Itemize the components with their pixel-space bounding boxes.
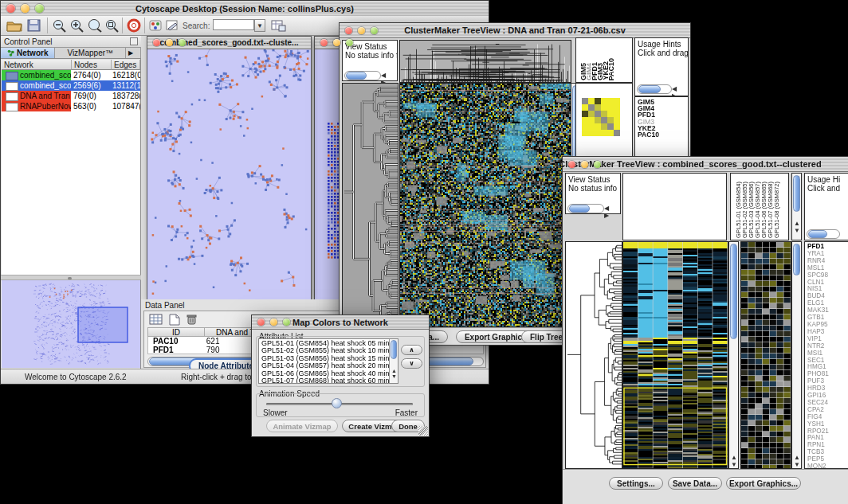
matrix-cell[interactable]	[595, 111, 601, 117]
matrix-cell[interactable]	[607, 104, 614, 111]
matrix-cell[interactable]	[588, 98, 595, 104]
zoom-window-icon[interactable]	[371, 27, 378, 34]
scroll-arrows-icon[interactable]: ▲▼	[794, 220, 800, 234]
vizmap-icon[interactable]	[149, 19, 163, 35]
close-icon[interactable]	[6, 4, 15, 13]
matrix-cell[interactable]	[582, 104, 588, 111]
move-down-button[interactable]: ∨	[401, 358, 422, 369]
divider-handle-icon[interactable]	[68, 277, 72, 279]
settings-button[interactable]: Settings...	[609, 477, 663, 490]
scroll-arrows-icon[interactable]: ▲▼	[794, 454, 800, 468]
close-icon[interactable]	[568, 161, 575, 168]
treeview2-titlebar[interactable]: ClusterMaker TreeView : combined_scores_…	[563, 157, 848, 172]
matrix-cell[interactable]	[607, 130, 614, 136]
annotation-icon[interactable]	[165, 19, 179, 35]
gene-dendrogram[interactable]	[342, 83, 398, 327]
matrix-cell[interactable]	[614, 117, 620, 123]
matrix-cell[interactable]	[588, 123, 595, 130]
attribute-item[interactable]: GPL51-07 (GSM868) heat shock 60 min	[261, 377, 398, 384]
column-tree-panel[interactable]	[622, 173, 727, 240]
zoom-out-icon[interactable]	[52, 18, 68, 37]
matrix-cell[interactable]	[588, 111, 595, 117]
matrix-cell[interactable]	[601, 98, 607, 104]
window-controls[interactable]	[568, 161, 601, 168]
matrix-cell[interactable]	[601, 130, 607, 136]
window-controls[interactable]	[257, 318, 290, 326]
tab-vizmapper[interactable]: VizMapper™	[55, 48, 126, 58]
minimize-icon[interactable]	[21, 4, 29, 13]
network-table-header[interactable]: Network Nodes Edges	[2, 60, 140, 70]
animate-vizmap-button[interactable]: Animate Vizmap	[266, 420, 338, 432]
network-overview-thumbnail[interactable]	[2, 280, 140, 368]
matrix-cell[interactable]	[607, 117, 614, 123]
matrix-cell[interactable]	[607, 111, 614, 117]
search-input[interactable]	[213, 19, 254, 30]
window-controls[interactable]	[6, 4, 44, 13]
matrix-cell[interactable]	[588, 130, 595, 136]
column-dendrogram[interactable]	[399, 40, 571, 83]
tabs-overflow-icon[interactable]: ▶	[126, 48, 141, 58]
matrix-cell[interactable]	[595, 123, 601, 130]
heatmap-canvas[interactable]	[622, 241, 728, 469]
usage-hints-hscrollbar[interactable]	[637, 84, 672, 94]
delete-attribute-icon[interactable]	[186, 313, 198, 329]
heatmap-canvas[interactable]	[399, 83, 571, 327]
scroll-arrows-icon[interactable]: ◀ ▶	[604, 205, 620, 219]
matrix-cell[interactable]	[582, 117, 588, 123]
close-icon[interactable]	[345, 27, 352, 34]
scroll-arrows-icon[interactable]: ▲▼	[731, 454, 737, 468]
matrix-cell[interactable]	[588, 104, 595, 111]
correlation-matrix[interactable]	[582, 98, 620, 136]
gene-dendrogram[interactable]	[565, 241, 622, 469]
zoom-fit-icon[interactable]	[87, 18, 103, 37]
float-panel-icon[interactable]	[130, 37, 138, 45]
scrollbar-thumb[interactable]	[793, 175, 800, 212]
matrix-cell[interactable]	[595, 98, 601, 104]
view-status-hscrollbar[interactable]	[344, 71, 381, 80]
speed-slider-thumb[interactable]	[332, 398, 342, 408]
export-graphics-button[interactable]: Export Graphics...	[726, 477, 801, 490]
network-canvas[interactable]	[147, 49, 311, 299]
matrix-cell[interactable]	[614, 98, 620, 104]
matrix-cell[interactable]	[601, 111, 607, 117]
minimize-icon[interactable]	[270, 318, 277, 326]
attribute-listbox[interactable]: GPL51-01 (GSM854) heat shock 05 minGPL51…	[258, 338, 398, 384]
open-file-icon[interactable]	[6, 18, 23, 36]
zoom-window-icon[interactable]	[35, 4, 44, 13]
matrix-cell[interactable]	[601, 123, 607, 130]
resize-grip-icon[interactable]	[418, 426, 428, 436]
labels-vscrollbar[interactable]: ▲▼	[791, 173, 802, 240]
matrix-cell[interactable]	[582, 111, 588, 117]
matrix-cell[interactable]	[595, 130, 601, 136]
zoom-selected-icon[interactable]	[104, 18, 120, 37]
network-row[interactable]: DNA and Tran 07769(0)183728(0)	[2, 91, 140, 101]
scrollbar-thumb[interactable]	[793, 244, 800, 275]
matrix-cell[interactable]	[614, 123, 620, 130]
matrix-cell[interactable]	[582, 98, 588, 104]
close-icon[interactable]	[257, 318, 265, 326]
zoom-window-icon[interactable]	[283, 318, 290, 326]
data-col-id[interactable]: ID	[147, 327, 205, 337]
scrollbar-thumb[interactable]	[391, 340, 397, 359]
tab-network[interactable]: Network	[1, 48, 55, 58]
matrix-cell[interactable]	[607, 98, 614, 104]
treeview1-titlebar[interactable]: ClusterMaker TreeView : DNA and Tran 07-…	[340, 23, 690, 38]
help-lifering-icon[interactable]	[127, 18, 143, 37]
heatmap-vscrollbar[interactable]: ▲▼	[728, 241, 739, 469]
search-dropdown-icon[interactable]: ▼	[254, 19, 265, 32]
matrix-cell[interactable]	[607, 123, 614, 130]
panel-divider[interactable]	[1, 275, 141, 280]
network-row[interactable]: combined_sco2569(6)13112(15)	[2, 80, 140, 91]
matrix-cell[interactable]	[588, 117, 595, 123]
matrix-cell[interactable]	[601, 104, 607, 111]
matrix-cell[interactable]	[595, 104, 601, 111]
network-row[interactable]: combined_scores2764(0)16218(0)	[2, 70, 140, 80]
scroll-arrows-icon[interactable]: ▲▼	[391, 368, 397, 379]
col-network[interactable]: Network	[2, 60, 72, 70]
zoomed-heatmap-canvas[interactable]	[740, 241, 791, 469]
network-row[interactable]: RNAPuberNov2+I563(0)107847(0)	[2, 101, 140, 111]
matrix-cell[interactable]	[614, 111, 620, 117]
view-status-hscrollbar[interactable]	[567, 204, 604, 213]
import-table-icon[interactable]	[270, 18, 286, 36]
list-vscrollbar[interactable]: ▲▼	[389, 339, 398, 383]
